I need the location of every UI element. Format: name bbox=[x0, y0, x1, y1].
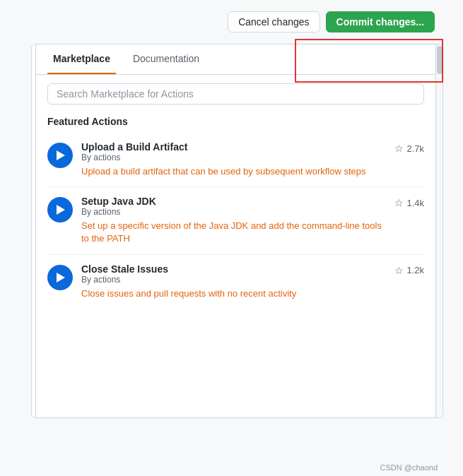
scrollbar-track[interactable] bbox=[435, 44, 443, 417]
panel-content: Marketplace Documentation Featured Actio… bbox=[36, 44, 435, 417]
scrollbar-thumb[interactable] bbox=[437, 46, 443, 74]
star-icon: ☆ bbox=[394, 197, 404, 208]
action-item[interactable]: Upload a Build Artifact By actions Uploa… bbox=[47, 133, 424, 187]
action-author: By actions bbox=[81, 207, 386, 217]
action-icon bbox=[47, 143, 73, 168]
action-item[interactable]: Setup Java JDK By actions Set up a speci… bbox=[47, 187, 424, 254]
star-count: 1.4k bbox=[406, 198, 424, 208]
section-title: Featured Actions bbox=[36, 113, 435, 133]
action-name: Setup Java JDK bbox=[81, 196, 386, 207]
action-info: Close Stale Issues By actions Close issu… bbox=[81, 263, 386, 300]
action-stars: ☆ 1.4k bbox=[394, 197, 424, 208]
action-stars: ☆ 1.2k bbox=[394, 265, 424, 276]
action-item[interactable]: Close Stale Issues By actions Close issu… bbox=[47, 255, 424, 309]
action-name: Close Stale Issues bbox=[81, 263, 386, 275]
cancel-changes-button[interactable]: Cancel changes bbox=[228, 11, 320, 32]
search-area bbox=[36, 75, 435, 113]
action-name: Upload a Build Artifact bbox=[81, 141, 386, 153]
action-description: Close issues and pull requests with no r… bbox=[81, 287, 386, 300]
star-count: 2.7k bbox=[406, 143, 424, 154]
action-author: By actions bbox=[81, 153, 386, 162]
play-icon bbox=[57, 205, 65, 215]
toolbar: Cancel changes Commit changes... bbox=[0, 0, 463, 44]
main-panel: Marketplace Documentation Featured Actio… bbox=[31, 44, 443, 418]
star-count: 1.2k bbox=[406, 265, 424, 275]
tab-documentation[interactable]: Documentation bbox=[127, 44, 205, 74]
search-input[interactable] bbox=[47, 83, 424, 105]
play-icon bbox=[57, 273, 65, 282]
action-icon bbox=[47, 197, 73, 222]
tab-marketplace[interactable]: Marketplace bbox=[47, 44, 116, 74]
action-info: Setup Java JDK By actions Set up a speci… bbox=[81, 196, 386, 245]
action-info: Upload a Build Artifact By actions Uploa… bbox=[81, 141, 386, 178]
star-icon: ☆ bbox=[394, 265, 404, 276]
action-description: Upload a build artifact that can be used… bbox=[81, 165, 386, 178]
watermark: CSDN @chaond bbox=[380, 463, 438, 472]
star-icon: ☆ bbox=[394, 143, 404, 154]
action-description: Set up a specific version of the Java JD… bbox=[81, 220, 386, 245]
action-stars: ☆ 2.7k bbox=[394, 143, 424, 154]
action-author: By actions bbox=[81, 275, 386, 285]
actions-list: Upload a Build Artifact By actions Uploa… bbox=[36, 133, 435, 309]
commit-changes-button[interactable]: Commit changes... bbox=[326, 11, 435, 32]
play-icon bbox=[57, 150, 65, 160]
action-icon bbox=[47, 265, 73, 290]
tabs-bar: Marketplace Documentation bbox=[36, 44, 435, 75]
